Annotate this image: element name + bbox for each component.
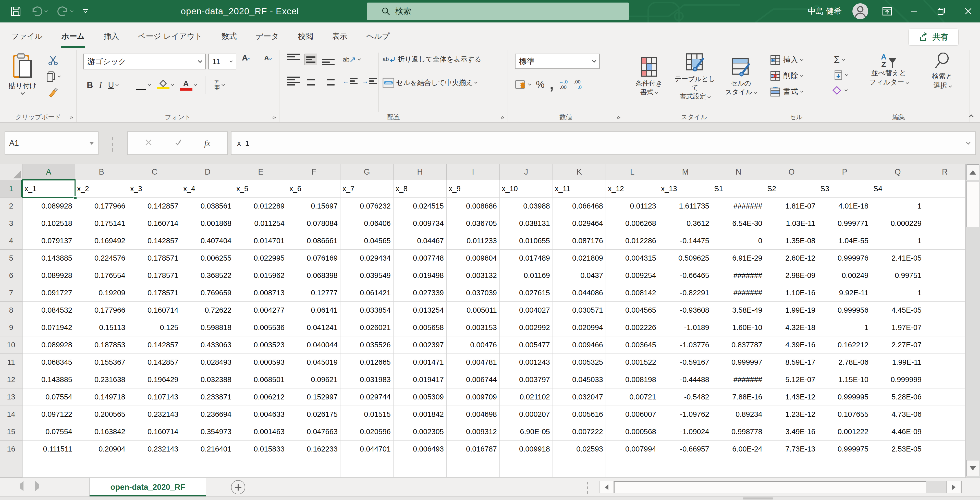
cell[interactable]	[871, 458, 924, 478]
cell[interactable]: 0.006255	[181, 250, 234, 267]
cell[interactable]: 0.013254	[393, 302, 447, 319]
cell[interactable]	[500, 458, 553, 478]
cell[interactable]: 0.026021	[340, 319, 393, 336]
select-all-button[interactable]	[0, 164, 22, 180]
cell[interactable]	[924, 267, 966, 284]
cell[interactable]	[924, 284, 966, 302]
cell[interactable]: 0.044701	[340, 441, 393, 458]
cell[interactable]: 0.143885	[22, 250, 75, 267]
cell[interactable]: 0.026175	[287, 406, 340, 423]
cell[interactable]: 0.002305	[393, 423, 447, 441]
cell[interactable]: 0.014701	[234, 232, 287, 250]
clipboard-dialog-launcher[interactable]	[68, 114, 74, 120]
paste-button[interactable]: 貼り付け	[3, 53, 42, 95]
cell[interactable]: 0.068501	[234, 371, 287, 389]
cell[interactable]: x_12	[606, 180, 659, 197]
cell[interactable]: 0.047663	[287, 423, 340, 441]
underline-button[interactable]: U	[108, 80, 118, 90]
cell[interactable]	[75, 458, 128, 478]
column-header-J[interactable]: J	[500, 164, 553, 180]
grow-font-button[interactable]: A	[242, 54, 250, 62]
cell[interactable]: 0.001243	[500, 354, 553, 371]
cell[interactable]	[924, 423, 966, 441]
cell[interactable]: 0.079137	[22, 232, 75, 250]
cell[interactable]	[659, 458, 712, 478]
cell[interactable]: 0.125	[128, 319, 181, 336]
cell[interactable]: 2.60E-12	[765, 250, 818, 267]
cell[interactable]: 0.509625	[659, 250, 712, 267]
cell[interactable]: 1	[818, 319, 871, 336]
cell[interactable]: 0.066468	[553, 197, 606, 215]
autosum-button[interactable]: Σ	[834, 52, 845, 67]
cell[interactable]: 0.027339	[393, 284, 447, 302]
scroll-up-button[interactable]	[966, 164, 979, 180]
cell[interactable]: 0.769659	[181, 284, 234, 302]
cell[interactable]: 5.28E-06	[871, 389, 924, 406]
cell[interactable]: 0.142857	[128, 197, 181, 215]
cell[interactable]	[393, 458, 447, 478]
cell[interactable]: 0.003645	[606, 336, 659, 354]
cell[interactable]: 0.021102	[500, 389, 553, 406]
cell[interactable]	[181, 458, 234, 478]
cell[interactable]: 0.169492	[75, 232, 128, 250]
cell[interactable]: 0.176554	[75, 267, 128, 284]
cell[interactable]: x_6	[287, 180, 340, 197]
cell[interactable]: 0.009466	[553, 336, 606, 354]
cell[interactable]: 4.01E-18	[818, 197, 871, 215]
cell[interactable]	[712, 458, 765, 478]
cell[interactable]: 0.008686	[447, 197, 500, 215]
comma-style-button[interactable]: ,	[550, 80, 554, 89]
cell[interactable]: 0.003153	[447, 319, 500, 336]
cell[interactable]: 0.89234	[712, 406, 765, 423]
cell[interactable]	[553, 458, 606, 478]
cell[interactable]	[924, 389, 966, 406]
cell[interactable]: 0.160714	[128, 423, 181, 441]
align-middle-button[interactable]	[304, 54, 317, 65]
cell[interactable]: #######	[712, 197, 765, 215]
cell[interactable]: 0.020994	[553, 319, 606, 336]
cell[interactable]: 0.3612	[659, 215, 712, 232]
row-header-13[interactable]: 13	[0, 389, 22, 406]
cell[interactable]: 0.837787	[712, 336, 765, 354]
cell[interactable]: 0.001522	[606, 354, 659, 371]
cell[interactable]: 0.01123	[606, 197, 659, 215]
previous-sheet-button[interactable]	[20, 484, 24, 489]
cell[interactable]: x_10	[500, 180, 553, 197]
cell[interactable]	[924, 319, 966, 336]
cell[interactable]: 0.006007	[606, 406, 659, 423]
cell[interactable]	[924, 406, 966, 423]
cell[interactable]: 0.006268	[606, 215, 659, 232]
font-color-button[interactable]: A	[180, 80, 197, 91]
cell[interactable]: 0.045019	[287, 354, 340, 371]
cell[interactable]: 0.01515	[340, 406, 393, 423]
cell[interactable]: 0.001471	[393, 354, 447, 371]
cell[interactable]: 0.007222	[553, 423, 606, 441]
cell[interactable]: 0.178571	[128, 284, 181, 302]
cell[interactable]: 0.142857	[128, 232, 181, 250]
cancel-button[interactable]	[145, 139, 152, 148]
cell[interactable]: 0.231638	[75, 371, 128, 389]
cell[interactable]: 0.107655	[818, 406, 871, 423]
cell[interactable]: 0.004315	[606, 250, 659, 267]
cell[interactable]: 0.001868	[181, 215, 234, 232]
cell[interactable]: 8.59E-17	[765, 354, 818, 371]
format-as-table-button[interactable]: テーブルとして 書式設定	[672, 53, 718, 100]
cell[interactable]: 0.008713	[234, 284, 287, 302]
cell[interactable]: 0.039549	[340, 267, 393, 284]
row-header-17[interactable]	[0, 458, 22, 478]
percent-style-button[interactable]: %	[536, 79, 545, 90]
cell[interactable]: 0.009918	[500, 441, 553, 458]
redo-button[interactable]	[57, 6, 73, 16]
cell[interactable]: #######	[712, 267, 765, 284]
cell[interactable]: -1.03776	[659, 336, 712, 354]
cell[interactable]: 0.019498	[393, 267, 447, 284]
cell[interactable]: 6.54E-30	[712, 215, 765, 232]
cell[interactable]: 0.032388	[181, 371, 234, 389]
cell[interactable]: 4.32E-18	[765, 319, 818, 336]
cell[interactable]: 7.73E-13	[765, 441, 818, 458]
cell[interactable]	[924, 458, 966, 478]
cell[interactable]: S2	[765, 180, 818, 197]
alignment-dialog-launcher[interactable]	[500, 114, 506, 120]
cell[interactable]: 0.009254	[606, 267, 659, 284]
cell[interactable]: 0.015962	[234, 267, 287, 284]
